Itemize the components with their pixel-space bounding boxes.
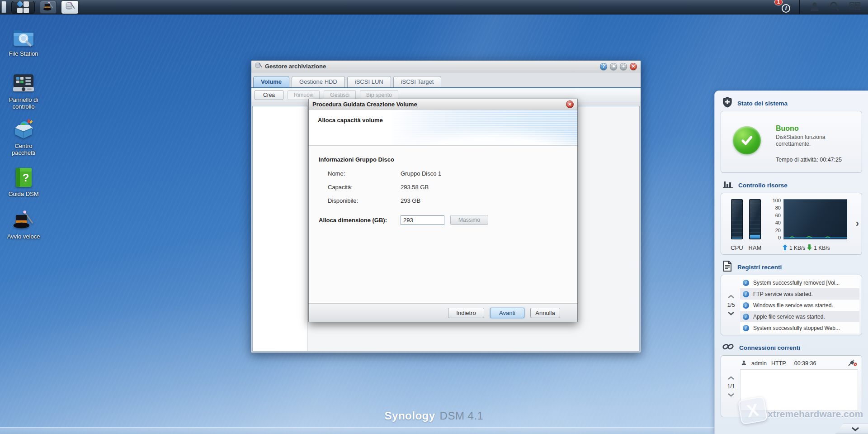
window-controls: ? + ✕	[600, 63, 637, 70]
disconnect-icon[interactable]	[848, 359, 857, 367]
desktop-icon-file-station[interactable]: File Station	[3, 26, 44, 57]
window-help-button[interactable]: ?	[600, 63, 607, 70]
download-speed: 1 KB/s	[814, 245, 830, 251]
chain-link-icon	[722, 341, 734, 354]
window-titlebar[interactable]: Gestore archiviazione ? + ✕	[251, 61, 641, 72]
desktop-icon-control-panel[interactable]: Pannello di controllo	[3, 72, 44, 110]
taskbar-left	[0, 1, 78, 14]
taskbar-storage-manager-button[interactable]	[61, 1, 78, 14]
main-menu-button[interactable]	[11, 1, 35, 14]
dialog-close-button[interactable]: ✕	[566, 100, 574, 108]
package-center-icon	[11, 119, 36, 140]
network-graph	[783, 199, 847, 239]
info-icon: i	[743, 325, 749, 331]
allocate-size-label: Alloca dimensione (GB):	[319, 217, 401, 224]
taskbar: i 1	[0, 0, 868, 14]
desktop-icon-package-center[interactable]: Centro pacchetti	[3, 119, 44, 157]
desktop-icon-label: Centro pacchetti	[3, 143, 44, 157]
back-button[interactable]: Indietro	[448, 308, 484, 318]
help-book-icon: ?	[11, 167, 36, 188]
storage-manager-icon	[255, 62, 262, 71]
user-icon	[809, 1, 820, 14]
ram-gauge-fill	[750, 235, 760, 238]
dialog-titlebar[interactable]: Procedura Guidata Creazione Volume ✕	[309, 99, 577, 110]
download-arrow-icon	[807, 244, 812, 252]
sidebar-collapse-tab[interactable]	[835, 424, 868, 434]
field-value: 293.58 GB	[401, 184, 429, 191]
next-button[interactable]: Avanti	[490, 308, 524, 318]
dialog-heading: Alloca capacità volume	[309, 110, 577, 124]
widget-title: Stato del sistema	[737, 100, 788, 107]
window-title: Gestore archiviazione	[265, 63, 326, 70]
log-entry[interactable]: iWindows file service was started.	[740, 300, 859, 311]
window-maximize-button[interactable]: +	[620, 63, 627, 70]
magic-hat-icon	[43, 1, 54, 14]
pager-up-icon[interactable]	[727, 295, 735, 299]
storage-manager-icon	[65, 1, 75, 13]
status-description: DiskStation funziona correttamente.	[776, 134, 844, 148]
desktop-icon-quick-start[interactable]: Avvio veloce	[3, 209, 44, 240]
create-button[interactable]: Crea	[255, 90, 283, 100]
tab-iscsi-lun[interactable]: iSCSI LUN	[347, 76, 391, 87]
desktop-icon-dsm-help[interactable]: ? Guida DSM	[3, 167, 44, 197]
log-entry[interactable]: iApple file service was started.	[740, 311, 859, 322]
field-row-available: Disponibile: 293 GB	[328, 197, 577, 204]
system-sidebar: Stato del sistema Buono DiskStation funz…	[714, 91, 868, 434]
menu-square-icon	[24, 8, 29, 13]
widget-title: Controllo risorse	[738, 182, 788, 189]
maximum-button[interactable]: Massimo	[450, 215, 488, 225]
allocate-size-row: Alloca dimensione (GB): Massimo	[319, 215, 577, 225]
status-text: Buono	[776, 124, 799, 133]
pager-down-icon[interactable]	[727, 393, 735, 397]
menu-diamond-icon	[17, 0, 24, 7]
tab-gestione-hdd[interactable]: Gestione HDD	[292, 76, 345, 87]
minimize-dot-icon	[613, 65, 615, 67]
connection-row[interactable]: admin HTTP 00:39:36	[740, 358, 858, 368]
log-entry[interactable]: iFTP service was started.	[740, 288, 859, 300]
volume-list-panel[interactable]	[253, 106, 307, 351]
info-icon: i	[743, 302, 749, 309]
control-panel-icon	[11, 72, 36, 94]
show-desktop-button[interactable]	[1, 1, 6, 13]
pager-up-icon[interactable]	[727, 376, 735, 380]
upload-speed: 1 KB/s	[789, 245, 805, 251]
pager-down-icon[interactable]	[727, 311, 735, 315]
resource-monitor-panel: CPU RAM 100 80 60 40 20 0 › 1 KB/s	[721, 193, 862, 255]
notification-info-icon: i	[782, 4, 790, 13]
connections-empty-area	[740, 369, 858, 411]
recent-logs-panel: 1/5 iSystem successfully removed [Vol...…	[721, 275, 862, 335]
dialog-banner: Alloca capacità volume	[309, 110, 577, 146]
dialog-footer: Indietro Avanti Annulla	[309, 303, 577, 322]
widget-title: Connessioni correnti	[739, 344, 800, 351]
field-value: 293 GB	[401, 197, 420, 204]
window-close-button[interactable]: ✕	[630, 63, 637, 70]
chevron-down-icon	[851, 427, 859, 431]
magic-hat-icon	[11, 209, 36, 231]
info-icon: i	[743, 291, 749, 297]
search-button[interactable]	[829, 1, 840, 14]
connections-panel: 1/1 admin HTTP 00:39:36	[721, 355, 862, 417]
logs-page-indicator: 1/5	[727, 302, 735, 308]
cancel-button[interactable]: Annulla	[530, 308, 560, 318]
window-minimize-button[interactable]	[610, 63, 617, 70]
taskbar-quick-start-button[interactable]	[40, 1, 57, 14]
system-status-header: Stato del sistema	[715, 97, 868, 109]
field-label: Disponibile:	[328, 197, 401, 204]
chevron-right-icon[interactable]: ›	[856, 218, 859, 229]
connections-pager: 1/1	[723, 356, 739, 417]
svg-text:?: ?	[23, 172, 29, 184]
desktop-icon-label: File Station	[3, 50, 44, 57]
tab-volume[interactable]: Volume	[253, 76, 289, 87]
bar-chart-icon	[722, 180, 733, 191]
cpu-gauge-fill	[732, 238, 742, 238]
connection-protocol: HTTP	[771, 360, 786, 367]
user-menu-button[interactable]	[809, 1, 820, 14]
pilot-view-button[interactable]	[849, 1, 861, 13]
allocate-size-input[interactable]	[401, 215, 444, 225]
log-entry[interactable]: iSystem successfully removed [Vol...	[740, 277, 859, 288]
notifications-button[interactable]: i 1	[778, 2, 790, 13]
resource-monitor-header: Controllo risorse	[715, 179, 868, 191]
log-entry[interactable]: iSystem successfully stopped Web...	[740, 322, 859, 334]
taskbar-right: i 1	[778, 0, 868, 14]
tab-iscsi-target[interactable]: iSCSI Target	[393, 76, 442, 87]
